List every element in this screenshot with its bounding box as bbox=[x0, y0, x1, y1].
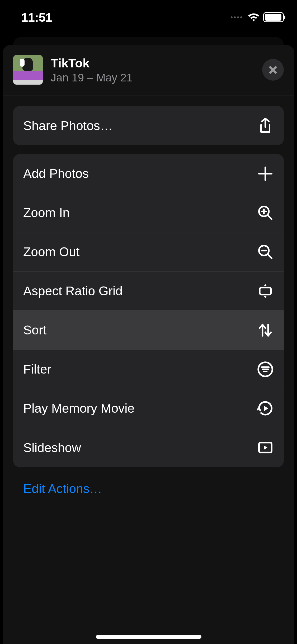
status-time: 11:51 bbox=[21, 10, 52, 25]
zoom-in-button[interactable]: Zoom In bbox=[13, 193, 284, 232]
aspect-ratio-grid-button[interactable]: Aspect Ratio Grid bbox=[13, 272, 284, 311]
share-group: Share Photos… bbox=[13, 106, 284, 145]
sort-button[interactable]: Sort bbox=[13, 311, 284, 350]
action-label: Sort bbox=[23, 323, 46, 337]
filter-button[interactable]: Filter bbox=[13, 350, 284, 389]
action-label: Share Photos… bbox=[23, 118, 113, 133]
header-text: TikTok Jan 19 – May 21 bbox=[51, 56, 262, 84]
album-subtitle: Jan 19 – May 21 bbox=[51, 71, 262, 84]
share-photos-button[interactable]: Share Photos… bbox=[13, 106, 284, 145]
sheet-header: TikTok Jan 19 – May 21 bbox=[3, 45, 294, 95]
slideshow-icon bbox=[257, 439, 274, 456]
action-label: Play Memory Movie bbox=[23, 401, 134, 416]
action-label: Add Photos bbox=[23, 166, 89, 181]
edit-actions-button[interactable]: Edit Actions… bbox=[13, 476, 284, 501]
action-label: Aspect Ratio Grid bbox=[23, 284, 122, 298]
actions-group: Add Photos Zoom In Zoom Out Aspect Ratio… bbox=[13, 154, 284, 467]
memory-movie-icon bbox=[257, 400, 274, 417]
battery-icon bbox=[263, 12, 284, 22]
wifi-icon bbox=[247, 12, 260, 23]
filter-icon bbox=[257, 361, 274, 378]
zoom-in-icon bbox=[257, 204, 274, 221]
signal-dots-icon bbox=[231, 16, 242, 18]
action-label: Slideshow bbox=[23, 440, 81, 455]
action-label: Zoom In bbox=[23, 205, 70, 220]
status-bar: 11:51 bbox=[0, 0, 297, 34]
share-icon bbox=[257, 117, 274, 134]
album-title: TikTok bbox=[51, 56, 262, 70]
slideshow-button[interactable]: Slideshow bbox=[13, 428, 284, 467]
edit-actions-label: Edit Actions… bbox=[23, 482, 102, 496]
album-thumbnail bbox=[13, 55, 43, 85]
status-right bbox=[231, 12, 284, 23]
play-memory-movie-button[interactable]: Play Memory Movie bbox=[13, 389, 284, 428]
zoom-out-icon bbox=[257, 243, 274, 260]
add-photos-button[interactable]: Add Photos bbox=[13, 154, 284, 193]
zoom-out-button[interactable]: Zoom Out bbox=[13, 232, 284, 272]
action-label: Filter bbox=[23, 362, 51, 376]
sheet-content: Share Photos… Add Photos Zoom In bbox=[3, 95, 294, 501]
close-button[interactable] bbox=[262, 59, 284, 81]
svg-rect-2 bbox=[260, 287, 271, 295]
sort-icon bbox=[257, 322, 274, 339]
action-label: Zoom Out bbox=[23, 245, 79, 259]
plus-icon bbox=[257, 165, 274, 182]
close-icon bbox=[268, 65, 278, 75]
aspect-ratio-icon bbox=[257, 283, 274, 300]
home-indicator[interactable] bbox=[96, 635, 201, 639]
action-sheet: TikTok Jan 19 – May 21 Share Photos… Add… bbox=[3, 45, 294, 644]
